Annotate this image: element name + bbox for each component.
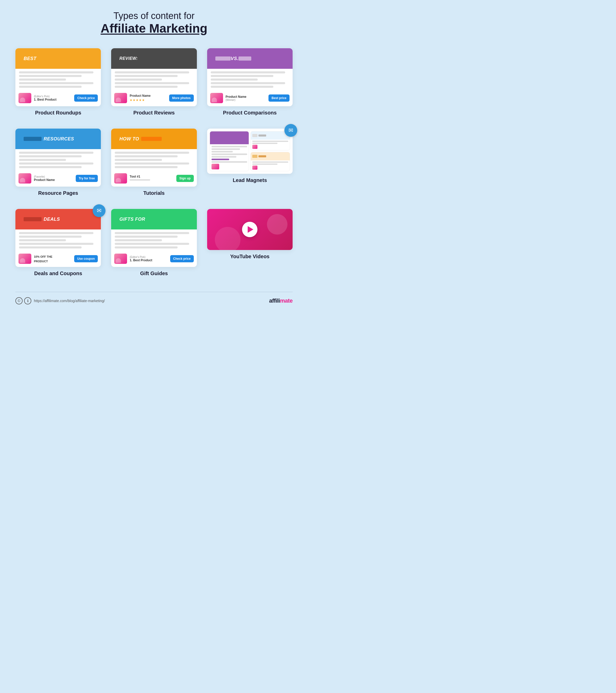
best-price-button[interactable]: Best price xyxy=(269,95,290,102)
line xyxy=(115,236,177,238)
product-name: Product Name xyxy=(130,94,166,98)
product-name: 10% OFF THEPRODUCT xyxy=(34,255,52,263)
line xyxy=(115,71,189,74)
line xyxy=(19,155,82,157)
line xyxy=(211,75,273,77)
lead-magnets-grid xyxy=(210,131,290,171)
banner-label-vs: VS. xyxy=(231,56,239,61)
footer-icons: © ℹ xyxy=(15,297,31,304)
info-icon: ℹ xyxy=(24,297,31,304)
line xyxy=(211,82,285,84)
banner-placeholder-resources xyxy=(24,137,42,141)
product-name: Product Name xyxy=(225,95,266,99)
line xyxy=(19,162,94,164)
line xyxy=(211,79,258,81)
card-youtube-videos xyxy=(207,209,293,250)
card-banner-roundups: BEST xyxy=(15,48,101,69)
banner-label-deals: DEALS xyxy=(44,217,60,222)
card-product-comparisons: VS. Product Name (Winner) xyxy=(207,48,293,106)
lm-right-bottom xyxy=(251,152,290,171)
play-button[interactable] xyxy=(242,222,257,237)
product-info: 10% OFF THEPRODUCT xyxy=(34,254,72,263)
line xyxy=(115,75,177,77)
header-title: Affiliate Marketing xyxy=(101,21,207,35)
card-wrapper-product-roundups: BEST (Editor's Pick) 1. Best Product xyxy=(15,48,101,116)
check-price-button-gifts[interactable]: Check price xyxy=(170,255,194,262)
card-resource-pages: RESOURCES (Favorite) Product Name xyxy=(15,128,101,186)
line xyxy=(115,243,189,245)
product-name: Tool #1 xyxy=(130,175,174,178)
line xyxy=(19,75,82,77)
header-subtitle: Types of content for xyxy=(101,10,207,21)
banner-label-gifts: GIFTS FOR xyxy=(119,217,145,222)
banner-label-resources: RESOURCES xyxy=(44,136,74,142)
banner-label-tutorials: HOW TO xyxy=(119,136,139,142)
product-label: (Editor's Pick) xyxy=(34,95,72,98)
card-label-youtube-videos: YouTube Videos xyxy=(230,254,270,259)
product-label: (Winner) xyxy=(225,99,266,101)
card-label-lead-magnets: Lead Magnets xyxy=(233,177,267,183)
card-wrapper-product-comparisons: VS. Product Name (Winner) xyxy=(207,48,293,116)
product-thumb xyxy=(114,93,127,103)
cc-icon: © xyxy=(15,297,23,304)
footer-left: © ℹ https://affilimate.com/blog/affiliat… xyxy=(15,297,105,304)
line xyxy=(115,79,162,81)
card-label-tutorials: Tutorials xyxy=(143,190,165,196)
line xyxy=(211,86,273,88)
product-name: Product Name xyxy=(34,178,73,182)
envelope-badge-lead-magnets: ✉ xyxy=(284,124,297,137)
card-product-roundups: BEST (Editor's Pick) 1. Best Product xyxy=(15,48,101,106)
card-label-gift-guides: Gift Guides xyxy=(140,271,168,276)
product-info: Product Name (Winner) xyxy=(225,95,266,101)
line xyxy=(115,162,189,164)
line xyxy=(211,71,285,74)
card-label-deals-coupons: Deals and Coupons xyxy=(34,271,82,276)
card-wrapper-resource-pages: RESOURCES (Favorite) Product Name xyxy=(15,128,101,196)
line xyxy=(19,71,94,74)
try-for-free-button[interactable]: Try for free xyxy=(76,175,98,182)
product-info: (Editor's Pick) 1. Best Product xyxy=(34,95,72,101)
line xyxy=(115,155,177,157)
product-thumb xyxy=(19,173,31,183)
check-price-button-roundups[interactable]: Check price xyxy=(74,95,98,102)
product-label: (Favorite) xyxy=(34,175,73,178)
card-banner-gifts: GIFTS FOR xyxy=(111,209,197,230)
banner-placeholder-tutorials xyxy=(141,137,162,141)
page-header: Types of content for Affiliate Marketing xyxy=(101,10,207,35)
card-wrapper-product-reviews: REVIEW: Product Name ★★★★★ xyxy=(111,48,197,116)
footer-brand-accent: mate xyxy=(280,297,293,304)
line xyxy=(115,239,162,241)
card-lead-magnets: ✉ xyxy=(207,128,293,174)
page-footer: © ℹ https://affilimate.com/blog/affiliat… xyxy=(15,292,293,304)
product-thumb xyxy=(210,93,223,103)
product-thumb xyxy=(114,254,127,264)
envelope-badge-deals: ✉ xyxy=(93,204,105,217)
line xyxy=(19,246,82,249)
more-photos-button[interactable]: More photos xyxy=(169,95,194,102)
banner-label-roundups: BEST xyxy=(24,56,37,61)
product-info: Tool #1 xyxy=(130,175,174,182)
card-gift-guides: GIFTS FOR (Editor's Pick) 1. Best Produ xyxy=(111,209,197,267)
product-info: (Favorite) Product Name xyxy=(34,175,73,182)
line xyxy=(19,166,82,168)
product-thumb xyxy=(19,93,31,103)
banner-placeholder-deals xyxy=(24,217,42,221)
line xyxy=(130,179,150,181)
lm-right-top xyxy=(251,131,290,151)
card-wrapper-gift-guides: GIFTS FOR (Editor's Pick) 1. Best Produ xyxy=(111,209,197,276)
use-coupon-button[interactable]: Use coupon xyxy=(74,255,98,262)
banner-placeholder-right xyxy=(238,57,251,61)
product-name: 1. Best Product xyxy=(34,98,72,101)
product-thumb xyxy=(19,254,31,264)
card-banner-deals: DEALS xyxy=(15,209,101,230)
line xyxy=(115,82,189,84)
card-label-resource-pages: Resource Pages xyxy=(38,190,78,196)
card-banner-resources: RESOURCES xyxy=(15,128,101,149)
line xyxy=(19,243,94,245)
card-wrapper-tutorials: HOW TO Tool #1 Si xyxy=(111,128,197,196)
sign-up-button[interactable]: Sign up xyxy=(176,175,194,182)
line xyxy=(115,232,189,234)
card-label-comparisons: Product Comparisons xyxy=(223,110,277,116)
line xyxy=(19,152,94,154)
card-tutorials: HOW TO Tool #1 Si xyxy=(111,128,197,186)
